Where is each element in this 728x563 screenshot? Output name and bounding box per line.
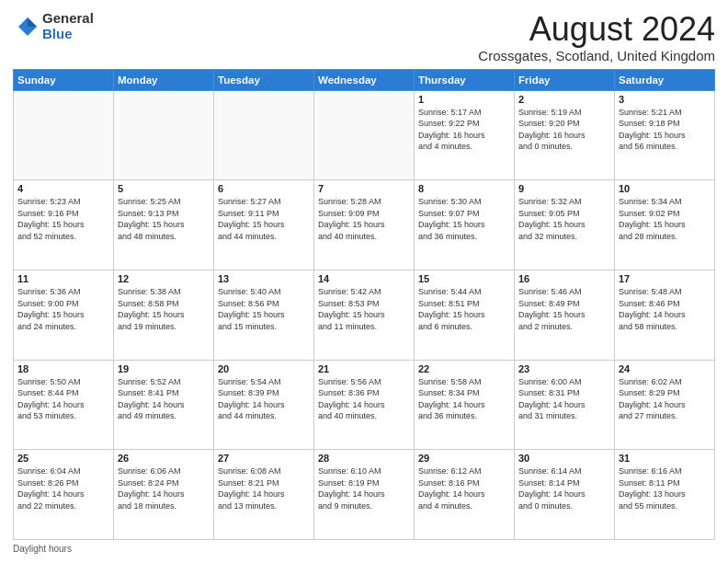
day-info: Sunrise: 5:17 AM Sunset: 9:22 PM Dayligh… xyxy=(418,107,510,153)
title-section: August 2024 Crossgates, Scotland, United… xyxy=(478,11,715,63)
day-number: 30 xyxy=(518,453,610,464)
calendar-cell xyxy=(114,90,214,180)
calendar-body: 1Sunrise: 5:17 AM Sunset: 9:22 PM Daylig… xyxy=(14,90,715,539)
day-number: 8 xyxy=(418,183,510,194)
day-info: Sunrise: 5:23 AM Sunset: 9:16 PM Dayligh… xyxy=(17,196,109,242)
weekday-header-row: SundayMondayTuesdayWednesdayThursdayFrid… xyxy=(14,69,715,90)
day-number: 27 xyxy=(218,453,310,464)
logo-text: General Blue xyxy=(42,11,94,41)
calendar-cell: 4Sunrise: 5:23 AM Sunset: 9:16 PM Daylig… xyxy=(14,180,114,270)
footer-note: Daylight hours xyxy=(13,544,715,554)
calendar-cell: 12Sunrise: 5:38 AM Sunset: 8:58 PM Dayli… xyxy=(114,270,214,360)
day-info: Sunrise: 5:52 AM Sunset: 8:41 PM Dayligh… xyxy=(118,376,210,422)
calendar-cell: 20Sunrise: 5:54 AM Sunset: 8:39 PM Dayli… xyxy=(214,360,314,450)
day-info: Sunrise: 5:40 AM Sunset: 8:56 PM Dayligh… xyxy=(218,286,310,332)
day-number: 9 xyxy=(518,183,610,194)
day-info: Sunrise: 6:16 AM Sunset: 8:11 PM Dayligh… xyxy=(619,465,711,511)
calendar-cell: 16Sunrise: 5:46 AM Sunset: 8:49 PM Dayli… xyxy=(515,270,615,360)
calendar-cell: 2Sunrise: 5:19 AM Sunset: 9:20 PM Daylig… xyxy=(515,90,615,180)
day-info: Sunrise: 5:46 AM Sunset: 8:49 PM Dayligh… xyxy=(518,286,610,332)
day-number: 2 xyxy=(518,94,610,105)
day-info: Sunrise: 5:42 AM Sunset: 8:53 PM Dayligh… xyxy=(318,286,410,332)
day-number: 13 xyxy=(218,273,310,284)
logo-icon xyxy=(13,14,39,40)
day-number: 5 xyxy=(118,183,210,194)
day-info: Sunrise: 5:54 AM Sunset: 8:39 PM Dayligh… xyxy=(218,376,310,422)
day-info: Sunrise: 5:21 AM Sunset: 9:18 PM Dayligh… xyxy=(619,107,711,153)
calendar-cell: 6Sunrise: 5:27 AM Sunset: 9:11 PM Daylig… xyxy=(214,180,314,270)
day-info: Sunrise: 6:14 AM Sunset: 8:14 PM Dayligh… xyxy=(518,465,610,511)
calendar-cell xyxy=(214,90,314,180)
day-number: 17 xyxy=(619,273,711,284)
day-number: 18 xyxy=(17,363,109,374)
calendar-cell: 25Sunrise: 6:04 AM Sunset: 8:26 PM Dayli… xyxy=(14,450,114,540)
weekday-header-tuesday: Tuesday xyxy=(214,69,314,90)
day-info: Sunrise: 5:50 AM Sunset: 8:44 PM Dayligh… xyxy=(17,376,109,422)
day-info: Sunrise: 5:25 AM Sunset: 9:13 PM Dayligh… xyxy=(118,196,210,242)
calendar-table: SundayMondayTuesdayWednesdayThursdayFrid… xyxy=(13,69,715,540)
calendar-cell: 14Sunrise: 5:42 AM Sunset: 8:53 PM Dayli… xyxy=(314,270,415,360)
calendar-cell: 11Sunrise: 5:36 AM Sunset: 9:00 PM Dayli… xyxy=(14,270,114,360)
calendar-week-row: 4Sunrise: 5:23 AM Sunset: 9:16 PM Daylig… xyxy=(14,180,715,270)
calendar-cell: 29Sunrise: 6:12 AM Sunset: 8:16 PM Dayli… xyxy=(415,450,515,540)
day-number: 21 xyxy=(318,363,410,374)
day-info: Sunrise: 5:32 AM Sunset: 9:05 PM Dayligh… xyxy=(518,196,610,242)
day-info: Sunrise: 5:30 AM Sunset: 9:07 PM Dayligh… xyxy=(418,196,510,242)
day-number: 26 xyxy=(118,453,210,464)
day-info: Sunrise: 5:58 AM Sunset: 8:34 PM Dayligh… xyxy=(418,376,510,422)
calendar-cell: 30Sunrise: 6:14 AM Sunset: 8:14 PM Dayli… xyxy=(515,450,615,540)
calendar-week-row: 1Sunrise: 5:17 AM Sunset: 9:22 PM Daylig… xyxy=(14,90,715,180)
day-info: Sunrise: 6:04 AM Sunset: 8:26 PM Dayligh… xyxy=(17,465,109,511)
page: General Blue August 2024 Crossgates, Sco… xyxy=(0,0,728,563)
weekday-header-sunday: Sunday xyxy=(14,69,114,90)
weekday-header-saturday: Saturday xyxy=(615,69,715,90)
weekday-header-friday: Friday xyxy=(515,69,615,90)
day-info: Sunrise: 5:27 AM Sunset: 9:11 PM Dayligh… xyxy=(218,196,310,242)
calendar-cell: 7Sunrise: 5:28 AM Sunset: 9:09 PM Daylig… xyxy=(314,180,415,270)
calendar-cell: 5Sunrise: 5:25 AM Sunset: 9:13 PM Daylig… xyxy=(114,180,214,270)
svg-marker-1 xyxy=(28,17,37,27)
weekday-header-wednesday: Wednesday xyxy=(314,69,415,90)
calendar-cell: 24Sunrise: 6:02 AM Sunset: 8:29 PM Dayli… xyxy=(615,360,715,450)
calendar-cell: 3Sunrise: 5:21 AM Sunset: 9:18 PM Daylig… xyxy=(615,90,715,180)
day-info: Sunrise: 6:10 AM Sunset: 8:19 PM Dayligh… xyxy=(318,465,410,511)
day-info: Sunrise: 5:44 AM Sunset: 8:51 PM Dayligh… xyxy=(418,286,510,332)
day-info: Sunrise: 5:19 AM Sunset: 9:20 PM Dayligh… xyxy=(518,107,610,153)
day-number: 31 xyxy=(619,453,711,464)
logo: General Blue xyxy=(13,11,94,41)
calendar-cell: 28Sunrise: 6:10 AM Sunset: 8:19 PM Dayli… xyxy=(314,450,415,540)
logo-blue-text: Blue xyxy=(42,27,94,42)
month-year-title: August 2024 xyxy=(478,11,715,48)
logo-general-text: General xyxy=(42,11,94,27)
calendar-week-row: 25Sunrise: 6:04 AM Sunset: 8:26 PM Dayli… xyxy=(14,450,715,540)
calendar-header: SundayMondayTuesdayWednesdayThursdayFrid… xyxy=(14,69,715,90)
day-number: 23 xyxy=(518,363,610,374)
calendar-cell: 18Sunrise: 5:50 AM Sunset: 8:44 PM Dayli… xyxy=(14,360,114,450)
day-number: 29 xyxy=(418,453,510,464)
calendar-cell: 10Sunrise: 5:34 AM Sunset: 9:02 PM Dayli… xyxy=(615,180,715,270)
day-info: Sunrise: 5:34 AM Sunset: 9:02 PM Dayligh… xyxy=(619,196,711,242)
calendar-cell xyxy=(14,90,114,180)
day-info: Sunrise: 6:00 AM Sunset: 8:31 PM Dayligh… xyxy=(518,376,610,422)
day-info: Sunrise: 6:06 AM Sunset: 8:24 PM Dayligh… xyxy=(118,465,210,511)
day-number: 19 xyxy=(118,363,210,374)
day-number: 22 xyxy=(418,363,510,374)
day-number: 11 xyxy=(17,273,109,284)
day-info: Sunrise: 6:02 AM Sunset: 8:29 PM Dayligh… xyxy=(619,376,711,422)
day-number: 16 xyxy=(518,273,610,284)
weekday-header-monday: Monday xyxy=(114,69,214,90)
calendar-cell: 22Sunrise: 5:58 AM Sunset: 8:34 PM Dayli… xyxy=(415,360,515,450)
calendar-cell: 15Sunrise: 5:44 AM Sunset: 8:51 PM Dayli… xyxy=(415,270,515,360)
calendar-cell: 13Sunrise: 5:40 AM Sunset: 8:56 PM Dayli… xyxy=(214,270,314,360)
calendar-cell: 27Sunrise: 6:08 AM Sunset: 8:21 PM Dayli… xyxy=(214,450,314,540)
day-info: Sunrise: 5:56 AM Sunset: 8:36 PM Dayligh… xyxy=(318,376,410,422)
day-number: 1 xyxy=(418,94,510,105)
day-number: 12 xyxy=(118,273,210,284)
day-number: 15 xyxy=(418,273,510,284)
day-info: Sunrise: 5:28 AM Sunset: 9:09 PM Dayligh… xyxy=(318,196,410,242)
day-info: Sunrise: 5:38 AM Sunset: 8:58 PM Dayligh… xyxy=(118,286,210,332)
day-number: 7 xyxy=(318,183,410,194)
calendar-week-row: 18Sunrise: 5:50 AM Sunset: 8:44 PM Dayli… xyxy=(14,360,715,450)
calendar-cell: 31Sunrise: 6:16 AM Sunset: 8:11 PM Dayli… xyxy=(615,450,715,540)
calendar-cell: 23Sunrise: 6:00 AM Sunset: 8:31 PM Dayli… xyxy=(515,360,615,450)
